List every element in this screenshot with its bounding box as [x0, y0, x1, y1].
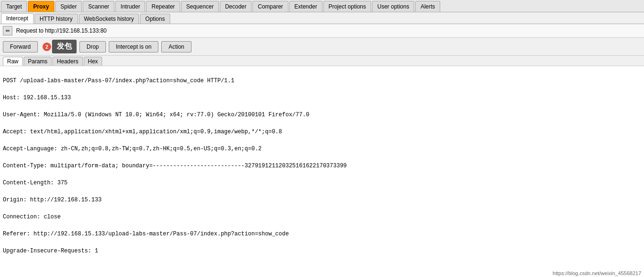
tab-sequencer[interactable]: Sequencer [181, 1, 219, 12]
request-line-10: Referer: http://192.168.15.133/upload-la… [3, 230, 641, 238]
tab-alerts[interactable]: Alerts [415, 1, 440, 12]
footer: https://blog.csdn.net/weixin_45568217 [550, 269, 644, 277]
tab-scanner[interactable]: Scanner [83, 1, 114, 12]
content-tab-bar: Raw Params Headers Hex [0, 56, 644, 66]
tab-intercept[interactable]: Intercept [1, 13, 34, 24]
request-line-4: Accept: text/html,application/xhtml+xml,… [3, 128, 641, 136]
request-line-5: Accept-Language: zh-CN,zh;q=0.8,zh-TW;q=… [3, 145, 641, 153]
tab-proxy[interactable]: Proxy [28, 1, 54, 12]
annotation2-badge: 2 [43, 43, 51, 51]
edit-icon[interactable]: ✏ [3, 26, 12, 35]
request-label: Request to http://192.168.15.133:80 [16, 27, 106, 34]
request-line-1: POST /upload-labs-master/Pass-07/index.p… [3, 77, 641, 85]
tab-extender[interactable]: Extender [289, 1, 322, 12]
tab-repeater[interactable]: Repeater [146, 1, 180, 12]
forward-button[interactable]: Forward [3, 41, 38, 52]
tab-comparer[interactable]: Comparer [252, 1, 288, 12]
footer-text: https://blog.csdn.net/weixin_45568217 [553, 270, 641, 276]
drop-button[interactable]: Drop [79, 41, 106, 52]
annotation2-wrapper: 2 发包 [43, 40, 77, 53]
button-bar: Forward 2 发包 Drop Intercept is on Action [0, 38, 644, 56]
tab-headers[interactable]: Headers [52, 57, 82, 66]
request-line-8: Origin: http://192.168.15.133 [3, 196, 641, 204]
top-tab-bar: Target Proxy Spider Scanner Intruder Rep… [0, 0, 644, 12]
annotation2-tooltip: 发包 [52, 40, 77, 53]
request-line-3: User-Agent: Mozilla/5.0 (Windows NT 10.0… [3, 111, 641, 119]
request-line-2: Host: 192.168.15.133 [3, 94, 641, 102]
request-line-6: Content-Type: multipart/form-data; bound… [3, 162, 641, 170]
tab-websockets-history[interactable]: WebSockets history [79, 14, 139, 24]
request-line-12 [3, 264, 641, 272]
request-line-7: Content-Length: 375 [3, 179, 641, 187]
sub-tab-bar: Intercept HTTP history WebSockets histor… [0, 12, 644, 24]
tab-spider[interactable]: Spider [55, 1, 82, 12]
request-toolbar: ✏ Request to http://192.168.15.133:80 [0, 24, 644, 38]
tab-options[interactable]: Options [140, 14, 170, 24]
tab-hex[interactable]: Hex [84, 57, 102, 66]
tab-raw[interactable]: Raw [3, 57, 23, 66]
tab-params[interactable]: Params [24, 57, 52, 66]
tab-project-options[interactable]: Project options [323, 1, 371, 12]
request-body[interactable]: POST /upload-labs-master/Pass-07/index.p… [0, 66, 644, 277]
tab-user-options[interactable]: User options [372, 1, 414, 12]
request-line-9: Connection: close [3, 213, 641, 221]
tab-target[interactable]: Target [1, 1, 27, 12]
tab-http-history[interactable]: HTTP history [35, 14, 78, 24]
intercept-toggle[interactable]: Intercept is on [109, 41, 158, 52]
action-button[interactable]: Action [161, 41, 191, 52]
request-line-11: Upgrade-Insecure-Requests: 1 [3, 247, 641, 255]
tab-intruder[interactable]: Intruder [115, 1, 145, 12]
tab-decoder[interactable]: Decoder [220, 1, 252, 12]
